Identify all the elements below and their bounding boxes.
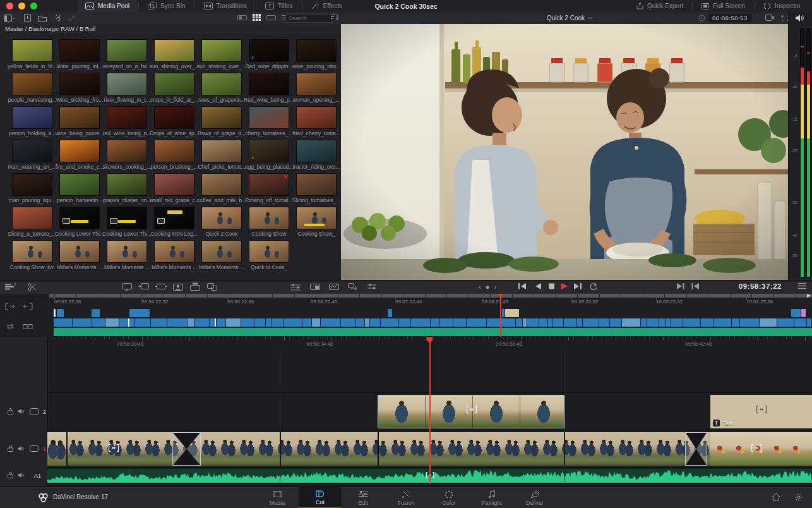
media-clip[interactable]: crops_in_field_at_... — [151, 73, 198, 104]
speed-tool-icon[interactable] — [328, 282, 340, 291]
search-input[interactable] — [285, 14, 332, 23]
bin-list-button[interactable] — [4, 15, 15, 22]
scrub-control[interactable]: ‹ ● › — [479, 283, 498, 291]
media-clip[interactable]: person_brushing_... — [151, 140, 198, 171]
timeline[interactable]: 09:58:30;4809:58:34;4809:58:38;4809:58:4… — [0, 337, 812, 487]
window-zoom-button[interactable] — [30, 3, 37, 9]
window-minimize-button[interactable] — [18, 3, 25, 9]
overview-clip[interactable] — [801, 309, 806, 317]
media-clip[interactable]: Cooking Lower Thi... — [56, 207, 103, 238]
source-overwrite-icon[interactable] — [206, 282, 218, 291]
media-clip[interactable]: rows_of_grapevin... — [198, 73, 245, 104]
transitions-button[interactable]: Transitions — [196, 0, 255, 12]
media-clip[interactable]: Millie's Moments ... — [151, 240, 198, 272]
media-clip[interactable]: wine_being_poure... — [56, 106, 103, 138]
play-button[interactable] — [561, 282, 568, 290]
link-clips-button[interactable] — [68, 15, 76, 22]
speaker-icon[interactable] — [795, 14, 804, 23]
timeline-options-menu-icon[interactable] — [798, 282, 806, 289]
ripple-overwrite-icon[interactable] — [155, 282, 167, 291]
tools-icon[interactable] — [290, 282, 302, 291]
media-clip[interactable]: grapes_cluster_on... — [104, 173, 150, 205]
video-enable-icon[interactable] — [30, 445, 39, 453]
page-color[interactable]: Color — [427, 487, 470, 508]
media-clip[interactable]: cherry_tomatoes_... — [246, 106, 292, 138]
project-manager-icon[interactable] — [772, 493, 780, 503]
next-edit-icon[interactable] — [676, 282, 684, 290]
media-pool-button[interactable]: Media Pool — [78, 0, 137, 12]
overview-clip[interactable] — [129, 309, 150, 317]
append-icon[interactable] — [138, 282, 150, 291]
media-clip[interactable]: Cooking Intro Log... — [151, 207, 198, 238]
media-clip[interactable]: Chef_picks_tomat... — [198, 140, 245, 171]
ripple-trim-icon[interactable] — [23, 323, 33, 332]
timeline-clip-text[interactable]: T Text — [710, 395, 812, 428]
track-header-a1[interactable]: 0 A1 — [0, 469, 47, 483]
play-reverse-button[interactable] — [534, 282, 542, 290]
strip-view-button[interactable] — [237, 15, 247, 22]
go-to-start-button[interactable] — [518, 282, 527, 290]
media-clip[interactable]: Slicing_tomatoes_... — [293, 173, 340, 205]
track-header-v1[interactable]: 0 1 — [0, 432, 47, 466]
mute-icon[interactable]: 0 — [18, 445, 25, 453]
overview-video-track1[interactable] — [54, 318, 812, 327]
timeline-clip-video2-selected[interactable] — [378, 395, 565, 428]
upper-timeline-overview[interactable]: 09:53:22;2809:54:22;3209:55:22;3609:56:2… — [0, 294, 812, 337]
relink-media-button[interactable] — [53, 15, 61, 22]
media-clip[interactable]: Red_wine_being_p... — [246, 73, 292, 104]
overview-clip[interactable] — [92, 309, 100, 317]
breadcrumb[interactable]: Master / Blackmagic RAW / B Roll — [0, 24, 341, 33]
page-edit[interactable]: Edit — [342, 487, 385, 508]
media-clip[interactable]: Wine_pouring_int... — [56, 39, 103, 71]
mute-icon[interactable]: 0 — [18, 472, 25, 480]
lock-icon[interactable] — [8, 472, 13, 480]
transition-indicator[interactable] — [685, 432, 707, 466]
swap-clips-icon[interactable] — [5, 323, 15, 332]
media-clip[interactable]: ♪egg_being_placed... — [246, 140, 292, 171]
media-clip[interactable]: sun_shining_over_... — [151, 39, 198, 71]
media-clip[interactable]: Drops_of_wine_sp... — [151, 106, 198, 138]
media-clip[interactable]: person_harvestin... — [56, 173, 103, 205]
close-up-icon[interactable] — [172, 282, 184, 291]
page-fairlight[interactable]: Fairlight — [470, 487, 513, 508]
viewer-preview[interactable] — [341, 24, 788, 280]
split-clip-icon[interactable] — [28, 282, 37, 291]
viewer-tools-icon[interactable] — [347, 282, 357, 291]
overview-clip[interactable] — [57, 309, 64, 317]
mark-in-icon[interactable] — [5, 303, 15, 311]
media-clip[interactable]: person_holding_a... — [9, 106, 56, 138]
video-enable-icon[interactable] — [30, 408, 39, 416]
lock-icon[interactable] — [8, 408, 13, 416]
overview-clip[interactable] — [791, 309, 801, 317]
filmstrip-view-button[interactable] — [266, 15, 276, 22]
media-clip[interactable]: river_flowing_in_t... — [104, 73, 150, 104]
media-clip[interactable]: tractor_riding_ove... — [293, 140, 340, 171]
media-clip[interactable]: man_wearing_an_... — [9, 140, 56, 171]
sort-button[interactable] — [331, 14, 339, 22]
overview-audio-track[interactable] — [54, 328, 812, 336]
viewer-source-dropdown[interactable]: Quick 2 Cook — [547, 15, 593, 21]
media-clip[interactable]: ✕Quick 2 Cook — [198, 207, 245, 238]
place-on-top-icon[interactable] — [189, 282, 201, 291]
media-clip[interactable]: yellow_fields_in_bl... — [9, 39, 56, 71]
window-close-button[interactable] — [6, 3, 13, 9]
media-clip[interactable]: ✕Rinsing_off_tomat... — [246, 173, 292, 205]
media-clip[interactable]: Quick to Cook_ — [246, 240, 292, 272]
lock-icon[interactable] — [8, 445, 13, 453]
viewer-options-icon[interactable] — [367, 282, 378, 291]
import-folder-button[interactable] — [38, 15, 47, 22]
media-clip[interactable]: Cooking Lower Thi... — [104, 207, 150, 238]
media-clip[interactable]: sun_shining_over_... — [198, 39, 245, 71]
camera-icon[interactable] — [765, 15, 774, 22]
loop-button[interactable] — [589, 282, 598, 291]
page-fusion[interactable]: Fusion — [385, 487, 427, 508]
stop-button[interactable] — [548, 282, 555, 290]
smart-insert-icon[interactable] — [121, 282, 133, 291]
overview-clip[interactable] — [502, 309, 505, 317]
thumbnail-view-button[interactable] — [253, 14, 261, 22]
media-clip[interactable]: Millie's Moments ... — [56, 240, 103, 272]
titles-button[interactable]: Titles — [258, 0, 301, 12]
media-clip[interactable]: wine_pouring_into... — [293, 39, 340, 71]
media-clip[interactable]: Cooking Show_tvc — [9, 240, 56, 272]
inspector-button[interactable]: Inspector — [756, 0, 808, 12]
